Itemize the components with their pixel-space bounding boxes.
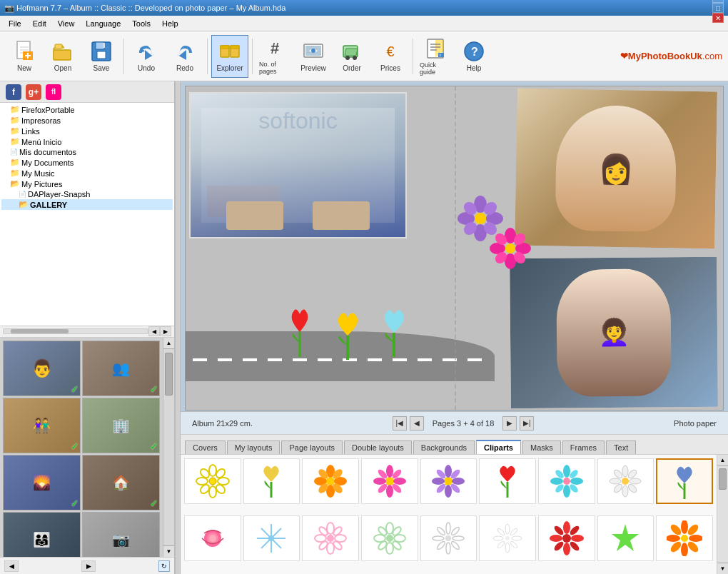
tab-masks[interactable]: Masks bbox=[522, 440, 561, 454]
clipart-red-tulip[interactable] bbox=[283, 303, 317, 371]
thumb-nav-right[interactable]: ▶ bbox=[81, 560, 96, 572]
tree-item-gallery[interactable]: 📂 GALLERY bbox=[1, 199, 173, 210]
tab-my-layouts[interactable]: My layouts bbox=[227, 440, 280, 454]
thumbnail-3[interactable]: 👫 ✓ bbox=[3, 398, 81, 453]
tree-hscroll[interactable]: ◀ ▶ bbox=[0, 326, 174, 338]
resize-handle[interactable] bbox=[175, 81, 181, 574]
redo-button[interactable]: Redo bbox=[166, 35, 203, 78]
svg-point-101 bbox=[622, 485, 628, 497]
file-tree[interactable]: 📁 FirefoxPortable 📁 Impresoras 📁 Links 📁… bbox=[0, 103, 174, 326]
thumbnail-6[interactable]: 🏠 ✓ bbox=[82, 455, 160, 510]
clipart-item-7[interactable] bbox=[538, 458, 595, 504]
clipart-item-8[interactable] bbox=[597, 458, 654, 504]
cliparts-scroll-up[interactable]: ▲ bbox=[717, 455, 728, 466]
facebook-button[interactable]: f bbox=[6, 84, 21, 100]
photo-slot-top-right[interactable]: 👩 bbox=[515, 89, 717, 249]
prices-button[interactable]: € Prices bbox=[372, 35, 409, 78]
tree-item-menuinicio[interactable]: 📁 Menú Inicio bbox=[1, 136, 173, 147]
clipart-item-3[interactable] bbox=[302, 458, 359, 504]
canvas-area[interactable]: softonic 👩 👩‍🦱 bbox=[181, 81, 728, 411]
tree-item-mydocuments[interactable]: 📁 My Documents bbox=[1, 157, 173, 168]
thumbnail-7[interactable]: 👨‍👩‍👧 ✓ bbox=[3, 512, 81, 558]
tree-item-daplayer[interactable]: 📄 DAPlayer-Snapsh bbox=[1, 189, 173, 199]
thumbnail-5[interactable]: 🌄 ✓ bbox=[3, 455, 81, 510]
thumbnails-grid[interactable]: 👨 ✓ 👥 ✓ 👫 ✓ 🏢 ✓ bbox=[0, 338, 163, 558]
menu-tools[interactable]: Tools bbox=[126, 18, 156, 29]
tab-covers[interactable]: Covers bbox=[185, 440, 226, 454]
thumbnail-1[interactable]: 👨 ✓ bbox=[3, 341, 81, 396]
next-page-btn[interactable]: ▶ bbox=[502, 416, 517, 430]
clipart-item-16[interactable] bbox=[538, 515, 595, 561]
new-button[interactable]: New bbox=[6, 35, 43, 78]
tree-item-misdocumentos[interactable]: 📄 Mis documentos bbox=[1, 147, 173, 157]
thumbnail-2[interactable]: 👥 ✓ bbox=[82, 341, 160, 396]
maximize-button[interactable]: □ bbox=[712, 3, 724, 13]
photo-slot-bottom-right[interactable]: 👩‍🦱 bbox=[510, 257, 718, 409]
tree-item-impresoras[interactable]: 📁 Impresoras bbox=[1, 115, 173, 126]
quickguide-button[interactable]: i Quick guide bbox=[417, 35, 454, 78]
clipart-item-6[interactable] bbox=[479, 458, 536, 504]
open-button[interactable]: Open bbox=[44, 35, 81, 78]
clipart-item-12[interactable] bbox=[302, 515, 359, 561]
scroll-down-btn[interactable]: ▼ bbox=[163, 545, 174, 557]
clipart-blue-tulip[interactable] bbox=[375, 306, 414, 373]
thumb-nav-left[interactable]: ◀ bbox=[4, 560, 19, 572]
clipart-item-4[interactable] bbox=[361, 458, 418, 504]
flickr-button[interactable]: fl bbox=[46, 84, 61, 100]
scroll-up-btn[interactable]: ▲ bbox=[163, 338, 174, 349]
clipart-item-17[interactable] bbox=[597, 515, 654, 561]
photo-slot-left[interactable]: softonic bbox=[189, 92, 407, 238]
tab-page-layouts[interactable]: Page layouts bbox=[281, 440, 343, 454]
thumbnail-4[interactable]: 🏢 ✓ bbox=[82, 398, 160, 453]
tab-backgrounds[interactable]: Backgrounds bbox=[413, 440, 475, 454]
tree-item-firefoxportable[interactable]: 📁 FirefoxPortable bbox=[1, 104, 173, 115]
prev-page-btn[interactable]: ◀ bbox=[410, 416, 424, 430]
clipart-item-5[interactable] bbox=[420, 458, 477, 504]
thumbnail-8[interactable]: 📷 bbox=[82, 512, 160, 558]
nopages-button[interactable]: # No. of pages bbox=[256, 35, 293, 78]
page-divider bbox=[455, 86, 456, 410]
close-button[interactable]: ✕ bbox=[712, 13, 724, 23]
last-page-btn[interactable]: ▶| bbox=[520, 416, 534, 430]
tree-item-mypictures[interactable]: 📂 My Pictures bbox=[1, 178, 173, 189]
menu-view[interactable]: View bbox=[52, 18, 81, 29]
svg-point-55 bbox=[196, 478, 208, 485]
scroll-right-btn[interactable]: ▶ bbox=[160, 326, 171, 336]
rotate-icon[interactable]: ↻ bbox=[158, 560, 170, 572]
menu-language[interactable]: Language bbox=[80, 18, 126, 29]
toolbar-separator-2 bbox=[207, 39, 208, 74]
svg-point-116 bbox=[268, 535, 274, 541]
menu-edit[interactable]: Edit bbox=[27, 18, 52, 29]
tab-text[interactable]: Text bbox=[606, 440, 636, 454]
scroll-left-btn[interactable]: ◀ bbox=[148, 326, 160, 336]
tab-double-layouts[interactable]: Double layouts bbox=[344, 440, 412, 454]
clipart-item-18[interactable] bbox=[656, 515, 713, 561]
cliparts-scroll-down[interactable]: ▼ bbox=[717, 563, 728, 574]
order-button[interactable]: Order bbox=[333, 35, 370, 78]
undo-button[interactable]: Undo bbox=[128, 35, 165, 78]
cliparts-scrollbar[interactable]: ▲ ▼ bbox=[717, 455, 728, 574]
thumb-vscroll[interactable]: ▲ ▼ bbox=[163, 338, 174, 558]
clipart-item-9[interactable] bbox=[656, 458, 713, 504]
googleplus-button[interactable]: g+ bbox=[26, 84, 41, 100]
preview-button[interactable]: Preview bbox=[295, 35, 332, 78]
tree-item-links[interactable]: 📁 Links bbox=[1, 126, 173, 136]
save-button[interactable]: Save bbox=[83, 35, 120, 78]
clipart-item-2[interactable] bbox=[243, 458, 300, 504]
first-page-btn[interactable]: |◀ bbox=[393, 416, 407, 430]
menu-file[interactable]: File bbox=[3, 18, 27, 29]
clipart-item-13[interactable] bbox=[361, 515, 418, 561]
clipart-item-15[interactable] bbox=[479, 515, 536, 561]
clipart-yellow-tulip[interactable] bbox=[328, 308, 368, 376]
explorer-button[interactable]: Explorer bbox=[211, 35, 248, 78]
help-button[interactable]: ? Help bbox=[455, 35, 492, 78]
clipart-item-10[interactable] bbox=[184, 515, 241, 561]
clipart-item-14[interactable] bbox=[420, 515, 477, 561]
clipart-item-11[interactable] bbox=[243, 515, 300, 561]
tab-cliparts[interactable]: Cliparts bbox=[476, 440, 521, 454]
clipart-pink-flower[interactable] bbox=[487, 226, 534, 273]
menu-help[interactable]: Help bbox=[156, 18, 184, 29]
tab-frames[interactable]: Frames bbox=[562, 440, 605, 454]
clipart-item-1[interactable] bbox=[184, 458, 241, 504]
tree-item-mymusic[interactable]: 📁 My Music bbox=[1, 168, 173, 178]
